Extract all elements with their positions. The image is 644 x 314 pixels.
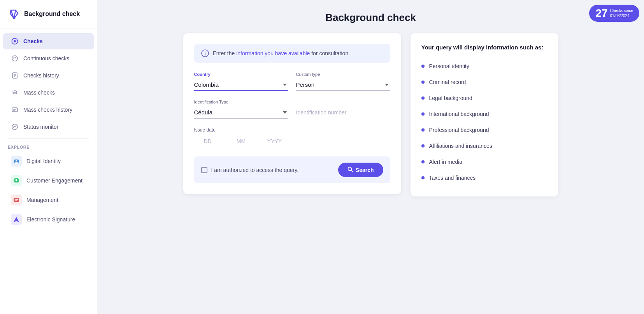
date-dd-input[interactable] bbox=[194, 136, 221, 147]
id-type-select[interactable]: Cédula Passport Foreign ID bbox=[194, 106, 288, 119]
svg-rect-16 bbox=[14, 198, 19, 202]
country-select-wrapper: Colombia Mexico Peru Argentina bbox=[194, 78, 288, 91]
badge-number: 27 bbox=[595, 8, 607, 19]
mass-checks-history-icon bbox=[11, 106, 19, 114]
country-select[interactable]: Colombia Mexico Peru Argentina bbox=[194, 78, 288, 91]
sidebar-item-management-label: Management bbox=[26, 197, 58, 203]
info-panel-title: Your query will display information such… bbox=[421, 44, 547, 51]
sidebar-item-checks[interactable]: Checks bbox=[3, 33, 94, 49]
sidebar-item-checks-label: Checks bbox=[23, 38, 43, 44]
sidebar-item-electronic-signature-label: Electronic Signature bbox=[26, 216, 75, 223]
info-banner: Enter the information you have available… bbox=[194, 44, 390, 63]
country-label: Country bbox=[194, 72, 288, 77]
customer-engagement-icon bbox=[11, 175, 22, 186]
info-list-item-criminal-record: Criminal record bbox=[421, 74, 547, 90]
info-list-item-legal-background: Legal background bbox=[421, 90, 547, 106]
info-banner-text: Enter the information you have available… bbox=[213, 50, 350, 56]
app-name: Background check bbox=[24, 11, 80, 18]
status-monitor-icon bbox=[11, 123, 19, 131]
authorize-text: I am authorized to access the query. bbox=[211, 167, 299, 173]
digital-identity-icon bbox=[11, 156, 22, 167]
form-footer: I am authorized to access the query. Sea… bbox=[194, 156, 390, 183]
svg-point-2 bbox=[12, 56, 18, 61]
custom-type-select-wrapper: Person Company bbox=[296, 78, 390, 91]
sidebar-item-customer-engagement-label: Customer Engagement bbox=[26, 177, 82, 184]
info-list-item-alert-media: Alert in media bbox=[421, 154, 547, 170]
content-area: Enter the information you have available… bbox=[113, 33, 628, 196]
issue-date-group: Issue date bbox=[194, 127, 390, 147]
sidebar-item-management[interactable]: Management bbox=[3, 191, 94, 209]
sidebar-item-checks-history-label: Checks history bbox=[23, 72, 59, 79]
id-type-label: Identification Type bbox=[194, 100, 288, 104]
form-group-country: Country Colombia Mexico Peru Argentina bbox=[194, 72, 288, 91]
management-icon bbox=[11, 195, 22, 205]
svg-rect-8 bbox=[12, 108, 18, 112]
main-content: Background check Enter the information y… bbox=[97, 0, 644, 314]
electronic-signature-icon bbox=[11, 214, 22, 225]
info-dot bbox=[421, 176, 425, 179]
checks-history-icon bbox=[11, 72, 19, 79]
authorize-checkbox-label[interactable]: I am authorized to access the query. bbox=[201, 167, 299, 173]
mass-checks-icon bbox=[11, 89, 19, 96]
info-dot bbox=[421, 65, 425, 68]
app-logo-icon bbox=[8, 8, 20, 20]
svg-point-15 bbox=[16, 179, 18, 181]
info-list-item-personal-identity: Personal identity bbox=[421, 58, 547, 74]
svg-line-24 bbox=[351, 170, 353, 172]
info-list-item-affiliations: Affiliations and insurances bbox=[421, 138, 547, 154]
sidebar-item-customer-engagement[interactable]: Customer Engagement bbox=[3, 171, 94, 190]
explore-section-label: Explore bbox=[0, 142, 97, 151]
issue-date-label: Issue date bbox=[194, 127, 390, 133]
sidebar-item-digital-identity-label: Digital Identity bbox=[26, 158, 61, 164]
info-dot bbox=[421, 160, 425, 163]
info-panel: Your query will display information such… bbox=[411, 33, 558, 196]
info-dot bbox=[421, 128, 425, 132]
date-yyyy-input[interactable] bbox=[261, 136, 288, 147]
info-list-item-professional-background: Professional background bbox=[421, 122, 547, 138]
sidebar-item-digital-identity[interactable]: Digital Identity bbox=[3, 152, 94, 170]
info-list: Personal identity Criminal record Legal … bbox=[421, 58, 547, 186]
sidebar-logo: Background check bbox=[0, 0, 97, 28]
sidebar-item-status-monitor-label: Status monitor bbox=[23, 124, 58, 130]
id-type-select-wrapper: Cédula Passport Foreign ID bbox=[194, 106, 288, 119]
info-dot bbox=[421, 112, 425, 116]
svg-point-21 bbox=[204, 51, 205, 52]
search-icon bbox=[347, 167, 353, 173]
sidebar: Background check Checks Continuous c bbox=[0, 0, 97, 314]
id-number-input[interactable] bbox=[296, 106, 390, 118]
checks-badge: 27 Checks since 01/03/2024 bbox=[589, 5, 639, 22]
date-mm-input[interactable] bbox=[228, 136, 255, 147]
form-group-custom-type: Custom type Person Company bbox=[296, 72, 390, 91]
form-row-id: Identification Type Cédula Passport Fore… bbox=[194, 100, 390, 119]
date-inputs bbox=[194, 136, 390, 147]
info-dot bbox=[421, 81, 425, 84]
info-icon bbox=[201, 49, 209, 57]
page-title: Background check bbox=[113, 12, 628, 24]
sidebar-item-continuous-checks[interactable]: Continuous checks bbox=[3, 50, 94, 67]
custom-type-select[interactable]: Person Company bbox=[296, 78, 390, 91]
info-dot bbox=[421, 144, 425, 147]
form-card: Enter the information you have available… bbox=[183, 33, 401, 194]
sidebar-item-checks-history[interactable]: Checks history bbox=[3, 67, 94, 84]
authorize-checkbox[interactable] bbox=[201, 167, 207, 173]
sidebar-item-continuous-checks-label: Continuous checks bbox=[23, 55, 69, 61]
form-group-id-number: x bbox=[296, 100, 390, 119]
sidebar-item-mass-checks[interactable]: Mass checks bbox=[3, 84, 94, 101]
sidebar-item-electronic-signature[interactable]: Electronic Signature bbox=[3, 210, 94, 229]
svg-marker-19 bbox=[14, 217, 19, 222]
svg-point-13 bbox=[16, 160, 17, 161]
sidebar-item-status-monitor[interactable]: Status monitor bbox=[3, 119, 94, 135]
sidebar-item-mass-checks-history[interactable]: Mass checks history bbox=[3, 102, 94, 118]
info-dot bbox=[421, 96, 425, 100]
checks-icon bbox=[11, 37, 19, 45]
search-button[interactable]: Search bbox=[338, 163, 383, 177]
badge-text: Checks since 01/03/2024 bbox=[610, 8, 633, 18]
continuous-checks-icon bbox=[11, 54, 19, 62]
info-banner-highlight: information you have available bbox=[236, 50, 310, 56]
sidebar-navigation: Checks Continuous checks bbox=[0, 28, 97, 233]
sidebar-item-mass-checks-label: Mass checks bbox=[23, 89, 55, 96]
svg-point-1 bbox=[14, 40, 16, 42]
sidebar-item-mass-checks-history-label: Mass checks history bbox=[23, 107, 72, 113]
form-row-country: Country Colombia Mexico Peru Argentina C… bbox=[194, 72, 390, 91]
info-list-item-taxes: Taxes and finances bbox=[421, 170, 547, 186]
